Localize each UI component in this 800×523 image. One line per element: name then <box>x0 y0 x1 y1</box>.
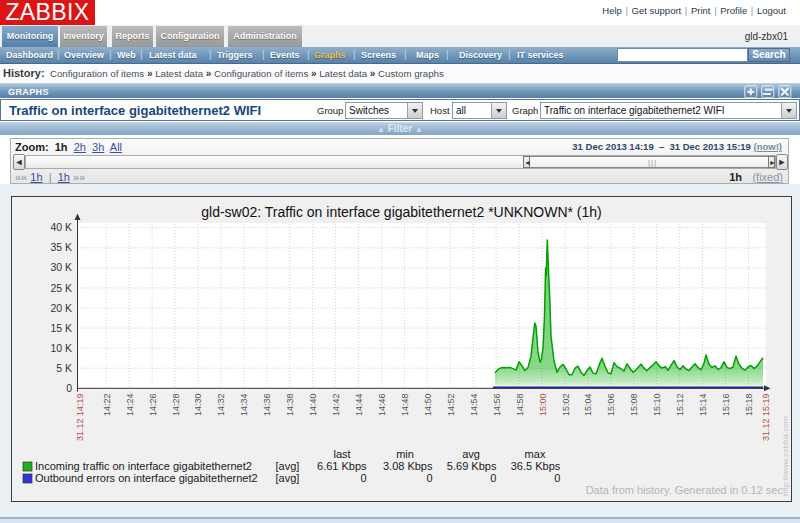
svg-text:min: min <box>396 448 414 460</box>
svg-text:15:18: 15:18 <box>744 394 754 417</box>
svg-text:20 K: 20 K <box>50 302 72 314</box>
svg-text:avg: avg <box>462 448 480 460</box>
svg-text:Outbound errors on interface g: Outbound errors on interface gigabitethe… <box>35 472 258 484</box>
svg-text:14:22: 14:22 <box>102 394 112 417</box>
svg-text:0: 0 <box>490 472 496 484</box>
svg-text:14:52: 14:52 <box>446 394 456 417</box>
svg-text:0: 0 <box>66 382 72 394</box>
svg-text:3.08 Kbps: 3.08 Kbps <box>383 460 433 472</box>
svg-text:14:38: 14:38 <box>285 394 295 417</box>
svg-text:15 K: 15 K <box>50 322 72 334</box>
svg-text:15:08: 15:08 <box>629 394 639 417</box>
svg-text:15:04: 15:04 <box>583 394 593 417</box>
svg-text:14:24: 14:24 <box>125 394 135 417</box>
svg-text:0: 0 <box>554 472 560 484</box>
svg-text:15:14: 15:14 <box>698 394 708 417</box>
svg-text:31.12 15:19: 31.12 15:19 <box>761 394 771 442</box>
svg-text:14:42: 14:42 <box>331 394 341 417</box>
svg-text:14:56: 14:56 <box>492 394 502 417</box>
svg-text:14:34: 14:34 <box>239 394 249 417</box>
svg-text:14:46: 14:46 <box>377 394 387 417</box>
svg-text:gld-sw02: Traffic on interface: gld-sw02: Traffic on interface gigabitet… <box>201 204 601 220</box>
svg-text:14:28: 14:28 <box>171 394 181 417</box>
svg-text:15:16: 15:16 <box>721 394 731 417</box>
svg-text:35 K: 35 K <box>50 241 72 253</box>
svg-text:14:44: 14:44 <box>354 394 364 417</box>
svg-text:25 K: 25 K <box>50 282 72 294</box>
svg-text:Data from history. Generated i: Data from history. Generated in 0.12 sec… <box>586 484 786 496</box>
svg-text:5 K: 5 K <box>56 362 72 374</box>
svg-text:15:00: 15:00 <box>538 394 548 417</box>
svg-text:6.61 Kbps: 6.61 Kbps <box>317 460 367 472</box>
svg-text:30 K: 30 K <box>50 261 72 273</box>
svg-text:14:58: 14:58 <box>515 393 525 416</box>
svg-text:15:02: 15:02 <box>561 394 571 417</box>
svg-text:14:50: 14:50 <box>423 394 433 417</box>
svg-text:14:40: 14:40 <box>308 394 318 417</box>
svg-text:[avg]: [avg] <box>276 472 300 484</box>
svg-text:14:48: 14:48 <box>400 394 410 417</box>
svg-text:31.12 14:19: 31.12 14:19 <box>75 394 85 442</box>
svg-text:40 K: 40 K <box>50 221 72 233</box>
svg-text:5.69 Kbps: 5.69 Kbps <box>447 460 497 472</box>
svg-text:Incoming traffic on interface: Incoming traffic on interface gigabiteth… <box>35 460 252 472</box>
svg-text:last: last <box>333 448 350 460</box>
svg-text:15:10: 15:10 <box>652 394 662 417</box>
svg-text:http://www.zabbix.com: http://www.zabbix.com <box>781 416 790 496</box>
svg-text:0: 0 <box>360 472 366 484</box>
svg-text:max: max <box>525 448 546 460</box>
svg-text:14:26: 14:26 <box>148 394 158 417</box>
svg-text:10 K: 10 K <box>50 342 72 354</box>
svg-text:14:54: 14:54 <box>469 394 479 417</box>
svg-text:14:32: 14:32 <box>216 394 226 417</box>
svg-text:14:36: 14:36 <box>262 394 272 417</box>
svg-text:0: 0 <box>426 472 432 484</box>
svg-text:15:06: 15:06 <box>606 394 616 417</box>
svg-text:[avg]: [avg] <box>276 460 300 472</box>
svg-text:14:30: 14:30 <box>193 394 203 417</box>
svg-text:15:12: 15:12 <box>675 394 685 417</box>
svg-text:36.5 Kbps: 36.5 Kbps <box>511 460 561 472</box>
